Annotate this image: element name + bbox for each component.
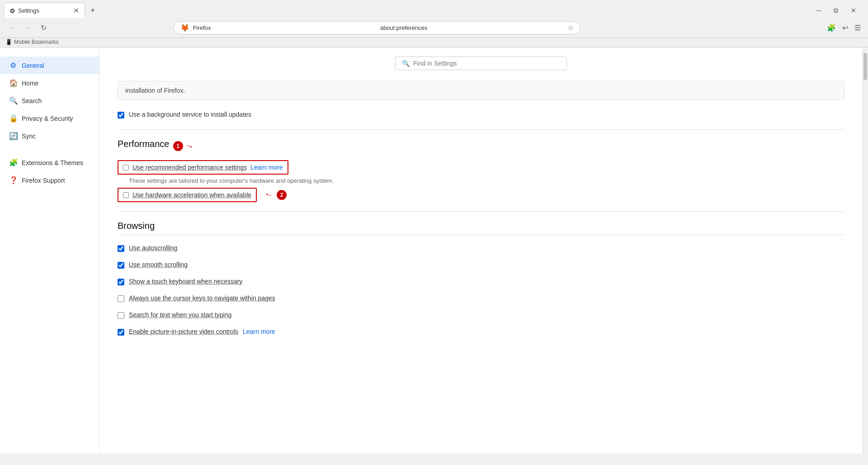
sidebar-search-label: Search <box>22 97 42 104</box>
sidebar-item-sync[interactable]: 🔄 Sync <box>0 127 99 145</box>
annotation-badge-2: 2 <box>277 190 287 200</box>
sidebar-item-support[interactable]: ❓ Firefox Support <box>0 171 99 189</box>
extensions-button[interactable]: 🧩 <box>825 22 838 34</box>
touch-keyboard-checkbox[interactable] <box>118 279 124 285</box>
forward-button[interactable]: → <box>22 22 34 34</box>
recommended-settings-label[interactable]: Use recommended performance settings <box>132 164 247 171</box>
close-window-button[interactable]: ✕ <box>848 6 859 15</box>
sidebar-extensions-label: Extensions & Themes <box>22 159 83 166</box>
sidebar-support-label: Firefox Support <box>22 177 65 184</box>
sidebar-item-privacy[interactable]: 🔒 Privacy & Security <box>0 109 99 127</box>
home-icon: 🏠 <box>9 79 17 87</box>
sidebar-privacy-label: Privacy & Security <box>22 115 73 122</box>
new-tab-button[interactable]: + <box>87 4 99 17</box>
divider-2 <box>118 211 844 212</box>
sidebar-general-label: General <box>22 62 44 69</box>
scrollbar-thumb[interactable] <box>863 53 867 80</box>
find-bar: 🔍 <box>395 57 567 70</box>
recommended-settings-checkbox[interactable] <box>123 165 129 171</box>
picture-in-picture-label[interactable]: Enable picture-in-picture video controls <box>129 328 238 335</box>
notice-text: installation of Firefox. <box>125 87 185 94</box>
background-service-row: Use a background service to install upda… <box>118 109 844 120</box>
maximize-button[interactable]: ⧉ <box>831 6 841 15</box>
address-bar: 🦊 Firefox about:preferences ☆ <box>174 21 580 34</box>
autoscrolling-row: Use autoscrolling <box>118 242 844 254</box>
recommended-sub-text: These settings are tailored to your comp… <box>129 177 844 184</box>
privacy-icon: 🔒 <box>9 114 17 123</box>
hardware-acceleration-box: Use hardware acceleration when available <box>118 188 257 202</box>
notice-box: installation of Firefox. <box>118 81 844 100</box>
sidebar-sync-label: Sync <box>22 133 36 140</box>
annotation-arrow-1: → <box>183 139 195 152</box>
menu-button[interactable]: ☰ <box>853 22 863 34</box>
annotation-badge-1: 1 <box>173 141 183 151</box>
smooth-scrolling-row: Use smooth scrolling <box>118 259 844 270</box>
search-text-row: Search for text when you start typing <box>118 309 844 321</box>
sidebar-item-extensions[interactable]: 🧩 Extensions & Themes <box>0 154 99 171</box>
firefox-icon: 🦊 <box>180 24 189 32</box>
performance-section: Performance 1 → Use recommended performa… <box>118 139 844 202</box>
tab-title: Settings <box>18 7 71 14</box>
hardware-acceleration-label[interactable]: Use hardware acceleration when available <box>132 191 251 199</box>
bookmarks-bar: 📱 Mobile Bookmarks <box>0 38 868 47</box>
minimize-button[interactable]: ─ <box>814 6 824 15</box>
cursor-keys-checkbox[interactable] <box>118 295 124 302</box>
settings-tab[interactable]: ⚙ Settings ✕ <box>4 3 85 18</box>
mobile-bookmarks-label: Mobile Bookmarks <box>14 39 59 45</box>
sync-icon: 🔄 <box>9 132 17 140</box>
search-text-checkbox[interactable] <box>118 312 124 319</box>
picture-in-picture-checkbox[interactable] <box>118 329 124 336</box>
search-text-label[interactable]: Search for text when you start typing <box>129 311 231 318</box>
smooth-scrolling-label[interactable]: Use smooth scrolling <box>129 261 188 268</box>
sidebar: ⚙ General 🏠 Home 🔍 Search 🔒 Privacy & Se… <box>0 47 99 454</box>
find-input[interactable] <box>413 60 560 67</box>
smooth-scrolling-checkbox[interactable] <box>118 262 124 269</box>
firefox-label: Firefox <box>193 24 377 31</box>
cursor-keys-row: Always use the cursor keys to navigate w… <box>118 293 844 304</box>
browsing-title: Browsing <box>118 221 844 235</box>
background-service-label[interactable]: Use a background service to install upda… <box>129 111 251 118</box>
autoscrolling-label[interactable]: Use autoscrolling <box>129 244 177 251</box>
recommended-learn-more-link[interactable]: Learn more <box>250 164 283 171</box>
tab-settings-icon: ⚙ <box>9 7 15 14</box>
tab-close-button[interactable]: ✕ <box>73 7 79 14</box>
bookmark-icon: 📱 <box>5 39 12 45</box>
divider-1 <box>118 129 844 130</box>
cursor-keys-label[interactable]: Always use the cursor keys to navigate w… <box>129 294 275 302</box>
back-arrow-button[interactable]: ↩ <box>840 22 850 34</box>
sidebar-item-general[interactable]: ⚙ General <box>0 57 99 74</box>
hardware-acceleration-checkbox[interactable] <box>123 192 129 198</box>
performance-title: Performance <box>118 139 170 153</box>
browsing-section: Browsing Use autoscrolling Use smooth sc… <box>118 221 844 337</box>
background-service-checkbox[interactable] <box>118 112 124 119</box>
annotation-arrow-2: → <box>263 189 275 201</box>
scrollbar-track[interactable] <box>863 47 868 454</box>
find-search-icon: 🔍 <box>402 60 410 67</box>
support-icon: ❓ <box>9 176 17 185</box>
sidebar-item-home[interactable]: 🏠 Home <box>0 74 99 92</box>
picture-in-picture-row: Enable picture-in-picture video controls… <box>118 326 844 337</box>
recommended-settings-box: Use recommended performance settings Lea… <box>118 160 288 175</box>
search-sidebar-icon: 🔍 <box>9 96 17 105</box>
picture-in-picture-learn-more-link[interactable]: Learn more <box>243 328 275 335</box>
touch-keyboard-row: Show a touch keyboard when necessary <box>118 276 844 287</box>
bookmark-star-icon[interactable]: ☆ <box>567 24 574 32</box>
extensions-sidebar-icon: 🧩 <box>9 158 17 167</box>
back-button[interactable]: ← <box>5 22 18 34</box>
general-icon: ⚙ <box>9 61 17 70</box>
autoscrolling-checkbox[interactable] <box>118 245 124 252</box>
sidebar-item-search[interactable]: 🔍 Search <box>0 92 99 109</box>
reload-button[interactable]: ↻ <box>38 22 49 34</box>
sidebar-home-label: Home <box>22 80 38 87</box>
touch-keyboard-label[interactable]: Show a touch keyboard when necessary <box>129 278 242 285</box>
address-url: about:preferences <box>380 24 564 31</box>
content-area: 🔍 installation of Firefox. Use a backgro… <box>99 47 863 454</box>
